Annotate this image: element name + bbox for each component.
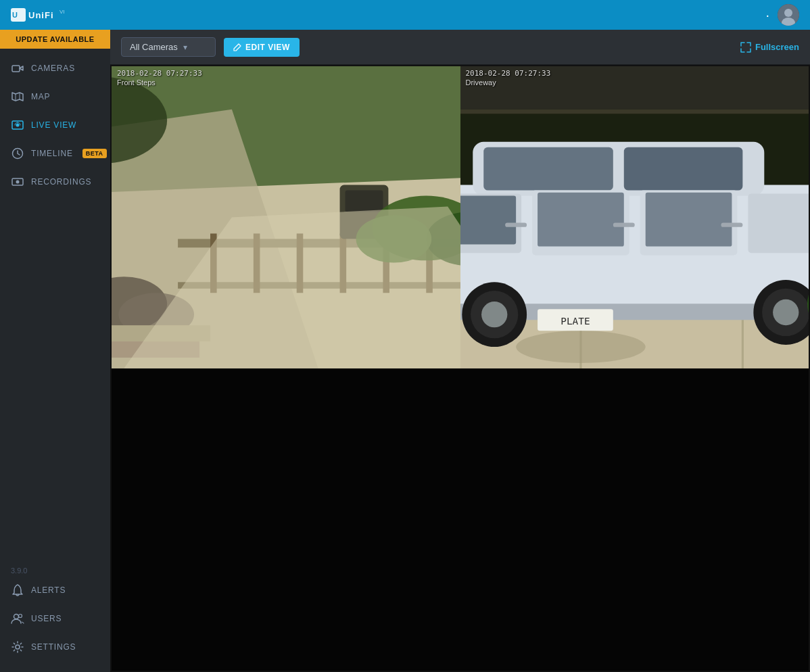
sidebar: UPDATE AVAILABLE CAMERAS <box>0 30 110 672</box>
svg-rect-35 <box>346 191 383 212</box>
svg-point-11 <box>16 124 20 127</box>
camera-2-image: PLATE <box>460 66 809 368</box>
camera-1-timestamp: 2018-02-28 07:27:33 <box>117 69 455 78</box>
camera-cell-3[interactable] <box>112 368 460 671</box>
svg-rect-63 <box>505 222 527 226</box>
logo: U UniFi VIDEO <box>11 5 65 24</box>
svg-rect-87 <box>460 368 809 671</box>
header-right: · <box>765 4 799 26</box>
svg-rect-64 <box>613 222 634 226</box>
toolbar: All Cameras ▾ EDIT VIEW Fullscreen <box>110 30 810 65</box>
svg-point-15 <box>14 615 19 619</box>
svg-rect-60 <box>460 196 516 245</box>
camera-cell-2[interactable]: PLATE <box>460 66 809 368</box>
edit-view-button[interactable]: EDIT VIEW <box>224 38 300 57</box>
svg-point-14 <box>16 181 20 184</box>
camera-cell-4[interactable] <box>460 368 809 671</box>
svg-rect-85 <box>460 110 809 114</box>
settings-label: SETTINGS <box>31 642 76 652</box>
fullscreen-icon <box>740 42 751 53</box>
edit-view-label: EDIT VIEW <box>245 43 290 52</box>
camera-grid: 2018-02-28 07:27:33 Front Steps <box>110 65 810 672</box>
svg-point-16 <box>19 615 22 618</box>
svg-rect-59 <box>748 193 809 253</box>
toolbar-right: Fullscreen <box>740 42 799 53</box>
camera-1-overlay: 2018-02-28 07:27:33 Front Steps <box>112 66 460 89</box>
recordings-label: RECORDINGS <box>31 177 91 187</box>
live-icon <box>11 118 24 132</box>
camera-select-value: All Cameras <box>130 42 178 52</box>
svg-text:UniFi: UniFi <box>28 10 54 20</box>
content: All Cameras ▾ EDIT VIEW Fullscreen <box>110 30 810 672</box>
update-banner[interactable]: UPDATE AVAILABLE <box>0 30 110 49</box>
camera-2-overlay: 2018-02-28 07:27:33 Driveway <box>460 66 809 89</box>
svg-point-74 <box>773 299 799 325</box>
camera-icon <box>11 62 24 75</box>
clock-icon <box>11 147 24 160</box>
svg-point-5 <box>784 9 792 17</box>
camera-4-offline <box>460 368 809 671</box>
fullscreen-label: Fullscreen <box>755 42 799 52</box>
sidebar-item-recordings[interactable]: RECORDINGS <box>0 168 110 196</box>
notification-dot: · <box>765 7 769 23</box>
sidebar-bottom: 3.9.0 ALERTS <box>0 564 110 672</box>
unifi-logo: U UniFi VIDEO <box>11 5 65 24</box>
version-text: 3.9.0 <box>0 561 38 585</box>
svg-rect-62 <box>645 193 732 247</box>
avatar[interactable] <box>778 4 799 26</box>
pencil-icon <box>233 43 241 51</box>
svg-rect-86 <box>112 368 460 671</box>
sidebar-item-settings[interactable]: SETTINGS <box>0 633 110 661</box>
sidebar-item-live-view[interactable]: LIVE VIEW <box>0 111 110 139</box>
svg-text:VIDEO: VIDEO <box>59 9 65 15</box>
svg-text:U: U <box>12 11 18 19</box>
toolbar-left: All Cameras ▾ EDIT VIEW <box>121 37 300 57</box>
sidebar-item-users[interactable]: USERS <box>0 604 110 633</box>
camera-cell-1[interactable]: 2018-02-28 07:27:33 Front Steps <box>112 66 460 368</box>
svg-rect-65 <box>721 222 742 226</box>
svg-point-71 <box>481 302 507 327</box>
nav-items: CAMERAS MAP <box>0 49 110 564</box>
svg-rect-55 <box>623 147 742 191</box>
camera-1-name: Front Steps <box>117 78 455 87</box>
timeline-label: TIMELINE <box>31 149 73 158</box>
map-icon <box>11 90 24 103</box>
sidebar-item-map[interactable]: MAP <box>0 82 110 111</box>
svg-rect-61 <box>538 193 624 247</box>
camera-3-offline <box>112 368 460 671</box>
camera-2-name: Driveway <box>466 78 804 87</box>
fullscreen-button[interactable]: Fullscreen <box>740 42 799 53</box>
cameras-label: CAMERAS <box>31 64 75 73</box>
camera-select-dropdown[interactable]: All Cameras ▾ <box>121 37 216 57</box>
live-view-label: LIVE VIEW <box>31 120 76 130</box>
chevron-down-icon: ▾ <box>183 43 187 52</box>
camera-2-timestamp: 2018-02-28 07:27:33 <box>466 69 804 78</box>
svg-rect-7 <box>12 66 20 72</box>
beta-badge: BETA <box>82 149 107 158</box>
svg-rect-54 <box>483 147 613 191</box>
alerts-label: ALERTS <box>31 585 66 595</box>
gear-icon <box>11 640 24 654</box>
header: U UniFi VIDEO · <box>0 0 810 30</box>
bell-icon <box>11 583 24 597</box>
sidebar-item-cameras[interactable]: CAMERAS <box>0 54 110 82</box>
svg-text:PLATE: PLATE <box>561 316 590 327</box>
svg-point-83 <box>516 331 646 363</box>
main-layout: UPDATE AVAILABLE CAMERAS <box>0 30 810 672</box>
map-label: MAP <box>31 92 50 101</box>
users-label: USERS <box>31 614 62 623</box>
rec-icon <box>11 175 24 189</box>
svg-point-17 <box>16 645 20 649</box>
users-icon <box>11 612 24 625</box>
sidebar-item-timeline[interactable]: TIMELINE BETA <box>0 139 110 168</box>
camera-1-image <box>112 66 460 368</box>
